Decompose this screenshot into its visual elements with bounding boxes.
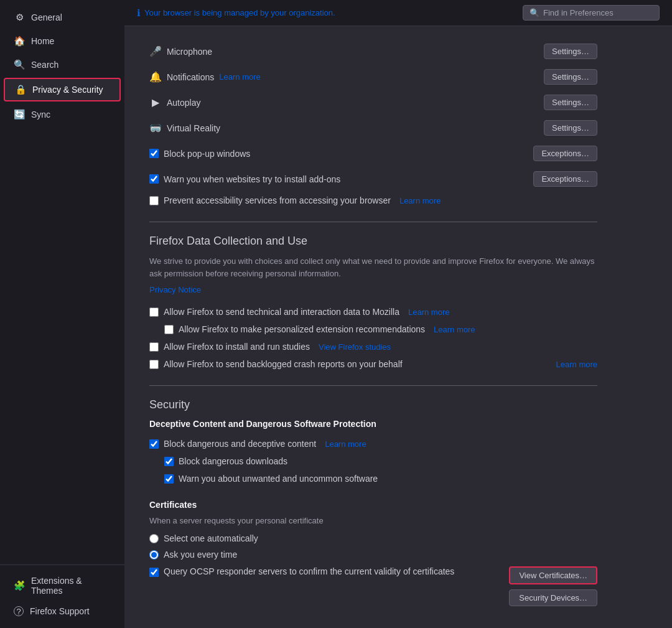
autoplay-row: ▶ Autoplay Settings… — [149, 90, 597, 115]
divider-1 — [149, 222, 597, 222]
prevent-accessibility-checkbox[interactable] — [149, 196, 159, 205]
block-dangerous-checkbox[interactable] — [149, 439, 159, 449]
autoplay-settings-button[interactable]: Settings… — [544, 95, 597, 110]
personalized-ext-checkbox[interactable] — [164, 325, 174, 334]
prevent-accessibility-row: Prevent accessibility services from acce… — [149, 192, 597, 209]
vr-icon: 🥽 — [149, 122, 162, 134]
sidebar-item-privacy[interactable]: 🔒 Privacy & Security — [4, 78, 121, 101]
view-certificates-button[interactable]: View Certificates… — [509, 566, 597, 584]
search-icon: 🔍 — [14, 59, 25, 70]
prevent-accessibility-learn-more-link[interactable]: Learn more — [399, 196, 441, 205]
notifications-settings-button[interactable]: Settings… — [544, 69, 597, 85]
search-input[interactable] — [543, 8, 653, 17]
notifications-learn-more-link[interactable]: Learn more — [219, 72, 260, 82]
crash-reports-checkbox-row: Allow Firefox to send backlogged crash r… — [149, 359, 403, 369]
vr-label: 🥽 Virtual Reality — [149, 122, 220, 134]
select-auto-radio[interactable] — [149, 534, 159, 543]
home-icon: 🏠 — [14, 35, 25, 47]
warn-addons-checkbox-row: Warn you when websites try to install ad… — [149, 174, 340, 184]
crash-reports-row: Allow Firefox to send backlogged crash r… — [149, 355, 597, 373]
block-dangerous-label: Block dangerous and deceptive content — [164, 439, 316, 449]
sidebar-label-home: Home — [31, 36, 54, 46]
warn-addons-checkbox[interactable] — [149, 174, 159, 184]
play-icon: ▶ — [149, 96, 162, 108]
notifications-label: 🔔 Notifications Learn more — [149, 71, 261, 83]
cert-buttons: View Certificates… Security Devices… — [509, 566, 597, 606]
block-popups-label: Block pop-up windows — [164, 149, 250, 159]
block-dangerous-learn-more-link[interactable]: Learn more — [325, 439, 366, 449]
block-popups-checkbox[interactable] — [149, 149, 159, 158]
warn-unwanted-row: Warn you about unwanted and uncommon sof… — [164, 470, 597, 487]
sidebar-label-extensions: Extensions & Themes — [31, 576, 111, 596]
certificates-desc: When a server requests your personal cer… — [149, 516, 597, 525]
security-devices-button[interactable]: Security Devices… — [509, 589, 597, 606]
sidebar-item-support[interactable]: ? Firefox Support — [4, 601, 121, 621]
install-studies-label: Allow Firefox to install and run studies — [164, 342, 310, 352]
data-collection-desc: We strive to provide you with choices an… — [149, 255, 597, 279]
sync-icon: 🔄 — [14, 109, 25, 120]
main-content: ℹ Your browser is being managed by your … — [124, 0, 672, 628]
warn-unwanted-checkbox[interactable] — [164, 474, 174, 484]
ask-every-time-radio[interactable] — [149, 550, 159, 560]
vr-settings-button[interactable]: Settings… — [544, 120, 597, 136]
certificates-subheading: Certificates — [149, 500, 597, 510]
personalized-ext-learn-more-link[interactable]: Learn more — [434, 325, 475, 334]
virtual-reality-row: 🥽 Virtual Reality Settings… — [149, 115, 597, 141]
install-studies-checkbox[interactable] — [149, 342, 159, 352]
select-auto-label: Select one automatically — [164, 533, 258, 543]
send-technical-row: Allow Firefox to send technical and inte… — [149, 303, 597, 338]
security-heading: Security — [149, 398, 597, 411]
sidebar: ⚙ General 🏠 Home 🔍 Search 🔒 Privacy & Se… — [0, 0, 124, 628]
lock-icon: 🔒 — [15, 84, 26, 95]
sidebar-label-privacy: Privacy & Security — [32, 85, 103, 95]
microphone-label: 🎤 Microphone — [149, 45, 212, 57]
ask-every-time-label: Ask you every time — [164, 550, 237, 560]
block-downloads-checkbox[interactable] — [164, 457, 174, 466]
send-technical-label: Allow Firefox to send technical and inte… — [164, 307, 399, 317]
sidebar-item-search[interactable]: 🔍 Search — [4, 54, 121, 75]
search-box[interactable]: 🔍 — [523, 5, 660, 21]
radio-ask-every-time-row: Ask you every time — [149, 546, 597, 563]
sidebar-item-general[interactable]: ⚙ General — [4, 7, 121, 28]
sidebar-item-extensions[interactable]: 🧩 Extensions & Themes — [4, 571, 121, 601]
warn-addons-exceptions-button[interactable]: Exceptions… — [533, 171, 597, 187]
microphone-row: 🎤 Microphone Settings… — [149, 39, 597, 64]
sidebar-label-search: Search — [31, 60, 58, 70]
autoplay-label: ▶ Autoplay — [149, 96, 200, 108]
puzzle-icon: 🧩 — [14, 580, 25, 591]
crash-reports-checkbox[interactable] — [149, 360, 159, 369]
sidebar-label-support: Firefox Support — [30, 606, 90, 616]
ocsp-checkbox[interactable] — [149, 568, 159, 577]
search-icon-topbar: 🔍 — [530, 8, 539, 17]
privacy-notice-link[interactable]: Privacy Notice — [149, 285, 201, 294]
sidebar-item-home[interactable]: 🏠 Home — [4, 30, 121, 52]
divider-2 — [149, 385, 597, 386]
crash-reports-label: Allow Firefox to send backlogged crash r… — [164, 359, 403, 369]
block-popups-row: Block pop-up windows Exceptions… — [149, 141, 597, 166]
send-technical-learn-more-link[interactable]: Learn more — [408, 307, 449, 317]
notifications-row: 🔔 Notifications Learn more Settings… — [149, 64, 597, 90]
managed-notice: ℹ Your browser is being managed by your … — [137, 7, 515, 19]
block-popups-checkbox-row: Block pop-up windows — [149, 149, 250, 159]
ocsp-label: Query OCSP responder servers to confirm … — [164, 566, 454, 576]
sidebar-item-sync[interactable]: 🔄 Sync — [4, 104, 121, 125]
help-icon: ? — [14, 606, 24, 616]
crash-reports-learn-more-link[interactable]: Learn more — [556, 360, 597, 369]
data-collection-heading: Firefox Data Collection and Use — [149, 235, 597, 248]
send-technical-checkbox-row: Allow Firefox to send technical and inte… — [149, 303, 597, 321]
sidebar-label-general: General — [31, 12, 62, 22]
block-popups-exceptions-button[interactable]: Exceptions… — [533, 146, 597, 161]
deceptive-subheading: Deceptive Content and Dangerous Software… — [149, 419, 597, 429]
warn-addons-row: Warn you when websites try to install ad… — [149, 166, 597, 192]
microphone-settings-button[interactable]: Settings… — [544, 44, 597, 59]
block-dangerous-row: Block dangerous and deceptive content Le… — [149, 435, 597, 452]
send-technical-checkbox[interactable] — [149, 307, 159, 317]
block-downloads-row: Block dangerous downloads — [164, 452, 597, 470]
warn-addons-label: Warn you when websites try to install ad… — [164, 174, 340, 184]
view-firefox-studies-link[interactable]: View Firefox studies — [319, 342, 391, 352]
warn-unwanted-label: Warn you about unwanted and uncommon sof… — [179, 474, 378, 484]
ocsp-row: Query OCSP responder servers to confirm … — [149, 563, 597, 610]
radio-select-auto-row: Select one automatically — [149, 530, 597, 546]
mic-icon: 🎤 — [149, 45, 162, 57]
prevent-accessibility-label: Prevent accessibility services from acce… — [164, 195, 391, 205]
